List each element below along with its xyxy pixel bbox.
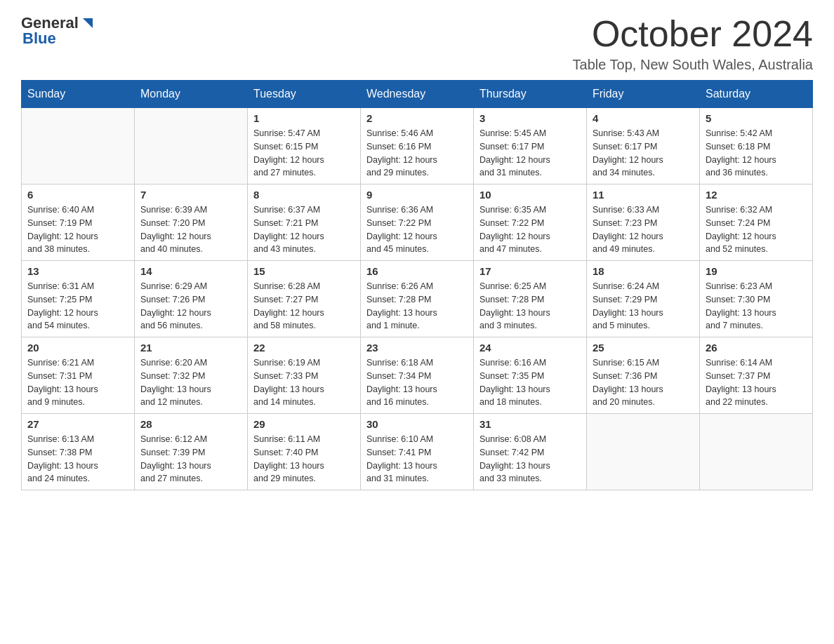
- day-info: Sunrise: 6:37 AM Sunset: 7:21 PM Dayligh…: [253, 203, 355, 256]
- calendar-week-row: 6Sunrise: 6:40 AM Sunset: 7:19 PM Daylig…: [22, 185, 813, 261]
- day-info: Sunrise: 6:13 AM Sunset: 7:38 PM Dayligh…: [27, 433, 128, 485]
- day-number: 10: [479, 189, 581, 201]
- day-number: 21: [140, 342, 241, 354]
- day-number: 28: [140, 418, 241, 430]
- calendar-cell: 21Sunrise: 6:20 AM Sunset: 7:32 PM Dayli…: [135, 337, 248, 414]
- calendar-cell: 3Sunrise: 5:45 AM Sunset: 6:17 PM Daylig…: [474, 108, 587, 185]
- day-info: Sunrise: 5:47 AM Sunset: 6:15 PM Dayligh…: [253, 127, 355, 180]
- logo-text-blue: Blue: [22, 29, 56, 48]
- day-number: 17: [479, 265, 581, 277]
- day-info: Sunrise: 6:16 AM Sunset: 7:35 PM Dayligh…: [479, 356, 581, 409]
- day-number: 6: [27, 189, 128, 201]
- calendar-header-friday: Friday: [587, 81, 700, 108]
- calendar-cell: 20Sunrise: 6:21 AM Sunset: 7:31 PM Dayli…: [22, 337, 135, 414]
- calendar-table: SundayMondayTuesdayWednesdayThursdayFrid…: [21, 80, 813, 490]
- calendar-cell: 30Sunrise: 6:10 AM Sunset: 7:41 PM Dayli…: [361, 414, 474, 490]
- day-info: Sunrise: 5:45 AM Sunset: 6:17 PM Dayligh…: [479, 127, 581, 180]
- day-number: 22: [253, 342, 355, 354]
- day-number: 2: [366, 112, 468, 124]
- day-number: 7: [140, 189, 241, 201]
- day-number: 11: [593, 189, 694, 201]
- calendar-cell: [700, 414, 813, 490]
- day-info: Sunrise: 6:31 AM Sunset: 7:25 PM Dayligh…: [27, 280, 128, 333]
- month-title: October 2024: [573, 14, 813, 54]
- calendar-cell: 31Sunrise: 6:08 AM Sunset: 7:42 PM Dayli…: [474, 414, 587, 490]
- calendar-cell: [587, 414, 700, 490]
- calendar-cell: 12Sunrise: 6:32 AM Sunset: 7:24 PM Dayli…: [700, 185, 813, 261]
- calendar-cell: 23Sunrise: 6:18 AM Sunset: 7:34 PM Dayli…: [361, 337, 474, 414]
- calendar-cell: 5Sunrise: 5:42 AM Sunset: 6:18 PM Daylig…: [700, 108, 813, 185]
- calendar-cell: 22Sunrise: 6:19 AM Sunset: 7:33 PM Dayli…: [248, 337, 361, 414]
- day-info: Sunrise: 6:33 AM Sunset: 7:23 PM Dayligh…: [593, 203, 694, 256]
- day-number: 23: [366, 342, 468, 354]
- logo: General Blue: [21, 14, 95, 48]
- calendar-cell: [135, 108, 248, 185]
- calendar-cell: 11Sunrise: 6:33 AM Sunset: 7:23 PM Dayli…: [587, 185, 700, 261]
- calendar-cell: 19Sunrise: 6:23 AM Sunset: 7:30 PM Dayli…: [700, 261, 813, 337]
- calendar-week-row: 13Sunrise: 6:31 AM Sunset: 7:25 PM Dayli…: [22, 261, 813, 337]
- calendar-week-row: 27Sunrise: 6:13 AM Sunset: 7:38 PM Dayli…: [22, 414, 813, 490]
- day-info: Sunrise: 6:35 AM Sunset: 7:22 PM Dayligh…: [479, 203, 581, 256]
- calendar-header-thursday: Thursday: [474, 81, 587, 108]
- day-number: 8: [253, 189, 355, 201]
- day-number: 3: [479, 112, 581, 124]
- day-info: Sunrise: 6:21 AM Sunset: 7:31 PM Dayligh…: [27, 356, 128, 409]
- day-info: Sunrise: 6:39 AM Sunset: 7:20 PM Dayligh…: [140, 203, 241, 256]
- calendar-header-monday: Monday: [135, 81, 248, 108]
- day-info: Sunrise: 6:23 AM Sunset: 7:30 PM Dayligh…: [706, 280, 807, 333]
- calendar-cell: 17Sunrise: 6:25 AM Sunset: 7:28 PM Dayli…: [474, 261, 587, 337]
- svg-marker-0: [83, 18, 93, 28]
- day-number: 29: [253, 418, 355, 430]
- day-info: Sunrise: 5:42 AM Sunset: 6:18 PM Dayligh…: [706, 127, 807, 180]
- day-number: 20: [27, 342, 128, 354]
- day-number: 24: [479, 342, 581, 354]
- day-info: Sunrise: 6:14 AM Sunset: 7:37 PM Dayligh…: [706, 356, 807, 409]
- day-info: Sunrise: 6:18 AM Sunset: 7:34 PM Dayligh…: [366, 356, 468, 409]
- day-info: Sunrise: 6:08 AM Sunset: 7:42 PM Dayligh…: [479, 433, 581, 485]
- day-number: 19: [706, 265, 807, 277]
- calendar-cell: 25Sunrise: 6:15 AM Sunset: 7:36 PM Dayli…: [587, 337, 700, 414]
- day-number: 18: [593, 265, 694, 277]
- day-info: Sunrise: 6:32 AM Sunset: 7:24 PM Dayligh…: [706, 203, 807, 256]
- day-info: Sunrise: 6:26 AM Sunset: 7:28 PM Dayligh…: [366, 280, 468, 333]
- calendar-cell: 2Sunrise: 5:46 AM Sunset: 6:16 PM Daylig…: [361, 108, 474, 185]
- day-info: Sunrise: 5:46 AM Sunset: 6:16 PM Dayligh…: [366, 127, 468, 180]
- calendar-cell: 16Sunrise: 6:26 AM Sunset: 7:28 PM Dayli…: [361, 261, 474, 337]
- day-info: Sunrise: 6:15 AM Sunset: 7:36 PM Dayligh…: [593, 356, 694, 409]
- calendar-cell: 26Sunrise: 6:14 AM Sunset: 7:37 PM Dayli…: [700, 337, 813, 414]
- day-info: Sunrise: 6:12 AM Sunset: 7:39 PM Dayligh…: [140, 433, 241, 485]
- calendar-header-wednesday: Wednesday: [361, 81, 474, 108]
- day-info: Sunrise: 6:24 AM Sunset: 7:29 PM Dayligh…: [593, 280, 694, 333]
- calendar-cell: 28Sunrise: 6:12 AM Sunset: 7:39 PM Dayli…: [135, 414, 248, 490]
- calendar-week-row: 1Sunrise: 5:47 AM Sunset: 6:15 PM Daylig…: [22, 108, 813, 185]
- day-number: 27: [27, 418, 128, 430]
- calendar-cell: 8Sunrise: 6:37 AM Sunset: 7:21 PM Daylig…: [248, 185, 361, 261]
- calendar-cell: 6Sunrise: 6:40 AM Sunset: 7:19 PM Daylig…: [22, 185, 135, 261]
- location-title: Table Top, New South Wales, Australia: [573, 57, 813, 73]
- title-section: October 2024 Table Top, New South Wales,…: [573, 14, 813, 73]
- calendar-cell: 13Sunrise: 6:31 AM Sunset: 7:25 PM Dayli…: [22, 261, 135, 337]
- day-number: 15: [253, 265, 355, 277]
- calendar-header-row: SundayMondayTuesdayWednesdayThursdayFrid…: [22, 81, 813, 108]
- calendar-cell: 4Sunrise: 5:43 AM Sunset: 6:17 PM Daylig…: [587, 108, 700, 185]
- day-number: 26: [706, 342, 807, 354]
- calendar-week-row: 20Sunrise: 6:21 AM Sunset: 7:31 PM Dayli…: [22, 337, 813, 414]
- day-info: Sunrise: 6:36 AM Sunset: 7:22 PM Dayligh…: [366, 203, 468, 256]
- calendar-cell: 18Sunrise: 6:24 AM Sunset: 7:29 PM Dayli…: [587, 261, 700, 337]
- day-info: Sunrise: 6:11 AM Sunset: 7:40 PM Dayligh…: [253, 433, 355, 485]
- calendar-cell: 1Sunrise: 5:47 AM Sunset: 6:15 PM Daylig…: [248, 108, 361, 185]
- calendar-cell: [22, 108, 135, 185]
- day-number: 13: [27, 265, 128, 277]
- calendar-cell: 9Sunrise: 6:36 AM Sunset: 7:22 PM Daylig…: [361, 185, 474, 261]
- day-number: 25: [593, 342, 694, 354]
- day-info: Sunrise: 6:40 AM Sunset: 7:19 PM Dayligh…: [27, 203, 128, 256]
- day-number: 9: [366, 189, 468, 201]
- day-info: Sunrise: 6:10 AM Sunset: 7:41 PM Dayligh…: [366, 433, 468, 485]
- calendar-cell: 7Sunrise: 6:39 AM Sunset: 7:20 PM Daylig…: [135, 185, 248, 261]
- day-number: 31: [479, 418, 581, 430]
- logo-triangle-icon: [80, 15, 95, 31]
- calendar-header-tuesday: Tuesday: [248, 81, 361, 108]
- day-number: 12: [706, 189, 807, 201]
- day-number: 5: [706, 112, 807, 124]
- day-info: Sunrise: 6:28 AM Sunset: 7:27 PM Dayligh…: [253, 280, 355, 333]
